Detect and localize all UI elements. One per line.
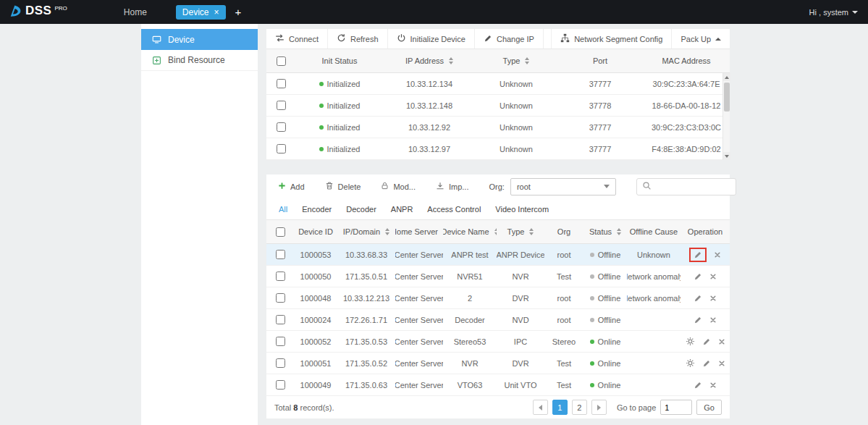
table-row[interactable]: 1000052171.35.0.53Center ServerStereo53I…: [266, 331, 730, 353]
sidebar-item-device[interactable]: Device: [141, 29, 258, 50]
table-row[interactable]: 1000050171.35.0.51Center ServerNVR51NVRT…: [266, 266, 730, 287]
row-select-cell: [266, 266, 294, 287]
sort-icon[interactable]: [525, 57, 529, 64]
tab-device-label: Device: [182, 7, 209, 17]
sidebar-item-bind-resource[interactable]: Bind Resource: [141, 50, 258, 71]
table-row[interactable]: Initialized10.33.12.148Unknown3777818-66…: [266, 95, 730, 117]
select-all-checkbox[interactable]: [277, 56, 286, 66]
row-checkbox[interactable]: [276, 358, 285, 368]
delete-device-button[interactable]: [709, 316, 717, 324]
device-config-button[interactable]: [686, 337, 695, 346]
table-row[interactable]: 1000024172.26.1.71Center ServerDecoderNV…: [266, 309, 730, 331]
row-checkbox[interactable]: [276, 272, 285, 281]
org-select[interactable]: root: [510, 178, 616, 195]
column-header[interactable]: Device Name: [443, 220, 497, 243]
sort-icon[interactable]: [385, 228, 389, 235]
edit-device-button[interactable]: [694, 381, 702, 390]
add-device-button[interactable]: Add: [278, 182, 305, 191]
delete-device-button[interactable]: Delete: [325, 181, 361, 192]
initialize-device-button[interactable]: Initialize Device: [388, 29, 475, 49]
go-button[interactable]: Go: [696, 400, 722, 415]
edit-device-button[interactable]: [694, 316, 702, 324]
column-header[interactable]: Init Status: [295, 49, 384, 72]
column-header[interactable]: Org: [544, 220, 583, 243]
column-header[interactable]: Home Server: [395, 220, 443, 243]
column-header[interactable]: Device ID: [294, 220, 337, 243]
pack-up-button[interactable]: Pack Up: [671, 29, 730, 49]
edit-device-button[interactable]: [694, 272, 702, 281]
delete-device-button[interactable]: [709, 273, 717, 280]
table-row[interactable]: Initialized10.33.12.92Unknown3777730:9C:…: [266, 117, 730, 138]
next-page-button[interactable]: [591, 400, 607, 415]
trash-icon: [325, 181, 334, 192]
page-button[interactable]: 1: [552, 400, 568, 415]
goto-page-input[interactable]: [660, 400, 692, 415]
network-segment-config-button[interactable]: Network Segment Config: [551, 29, 671, 49]
status-text: Offline: [598, 294, 621, 303]
change-ip-button[interactable]: Change IP: [475, 29, 544, 49]
row-checkbox[interactable]: [276, 315, 285, 324]
scroll-down-button[interactable]: [723, 152, 730, 160]
edit-device-button[interactable]: [702, 359, 711, 368]
search-box[interactable]: [636, 178, 736, 195]
column-header[interactable]: Offline Cause: [627, 220, 681, 243]
tab-all[interactable]: All: [279, 205, 287, 214]
delete-device-button[interactable]: [714, 251, 721, 258]
delete-device-button[interactable]: [709, 382, 717, 389]
page-button[interactable]: 2: [572, 400, 587, 415]
sort-icon[interactable]: [529, 228, 534, 235]
column-header[interactable]: IP/Domain: [337, 220, 395, 243]
row-checkbox[interactable]: [276, 337, 285, 346]
column-header[interactable]: IP Address: [384, 49, 475, 72]
column-header[interactable]: Port: [557, 49, 643, 72]
new-tab-button[interactable]: +: [235, 6, 242, 18]
table-row[interactable]: Initialized10.33.12.97Unknown37777F4:8E:…: [266, 138, 730, 160]
row-checkbox[interactable]: [277, 79, 286, 88]
sort-icon[interactable]: [449, 57, 453, 64]
bind-resource-icon: [152, 56, 161, 65]
nav-home[interactable]: Home: [124, 7, 147, 17]
delete-device-button[interactable]: [718, 338, 725, 345]
column-header[interactable]: Type: [497, 220, 544, 243]
select-all-checkbox[interactable]: [276, 227, 285, 237]
row-checkbox[interactable]: [277, 101, 286, 110]
user-menu[interactable]: Hi , system: [809, 8, 858, 17]
column-header[interactable]: Status: [583, 220, 627, 243]
tab-anpr[interactable]: ANPR: [391, 205, 413, 214]
column-header[interactable]: Type: [475, 49, 557, 72]
column-header[interactable]: Operation: [681, 220, 730, 243]
row-checkbox[interactable]: [276, 250, 285, 259]
delete-device-button[interactable]: [718, 360, 725, 367]
tab-video-intercom[interactable]: Video Intercom: [495, 205, 549, 214]
table-row[interactable]: 100005310.33.68.33Center ServerANPR test…: [266, 244, 730, 266]
vertical-scrollbar[interactable]: [722, 73, 730, 160]
edit-device-button[interactable]: [694, 251, 702, 259]
table-row[interactable]: 100004810.33.12.213Center Server2DVRroot…: [266, 287, 730, 309]
row-checkbox[interactable]: [276, 293, 285, 303]
close-tab-icon[interactable]: ×: [214, 9, 219, 16]
tab-access-control[interactable]: Access Control: [427, 205, 481, 214]
row-checkbox[interactable]: [277, 144, 286, 153]
tab-device[interactable]: Device ×: [176, 5, 226, 20]
device-config-button[interactable]: [686, 358, 695, 368]
column-header[interactable]: MAC Address: [643, 49, 730, 72]
search-input[interactable]: [655, 182, 730, 191]
delete-device-button[interactable]: [709, 295, 717, 302]
modify-password-button[interactable]: Mod...: [381, 181, 416, 192]
tab-decoder[interactable]: Decoder: [346, 205, 376, 214]
row-checkbox[interactable]: [276, 380, 285, 390]
scrollbar-thumb[interactable]: [724, 83, 730, 111]
table-row[interactable]: 1000051171.35.0.52Center ServerNVRDVRTes…: [266, 353, 730, 374]
scroll-up-button[interactable]: [723, 73, 730, 81]
import-button[interactable]: Imp...: [436, 182, 469, 192]
connect-button[interactable]: Connect: [266, 29, 328, 49]
row-checkbox[interactable]: [277, 122, 286, 132]
edit-device-button[interactable]: [694, 294, 702, 303]
table-row[interactable]: 1000049171.35.0.63Center ServerVTO63Unit…: [266, 374, 730, 396]
table-row[interactable]: Initialized10.33.12.134Unknown3777730:9C…: [266, 73, 730, 95]
tab-encoder[interactable]: Encoder: [302, 205, 332, 214]
prev-page-button[interactable]: [533, 400, 548, 415]
refresh-button[interactable]: Refresh: [328, 29, 388, 49]
sort-icon[interactable]: [617, 228, 621, 235]
edit-device-button[interactable]: [702, 337, 711, 346]
